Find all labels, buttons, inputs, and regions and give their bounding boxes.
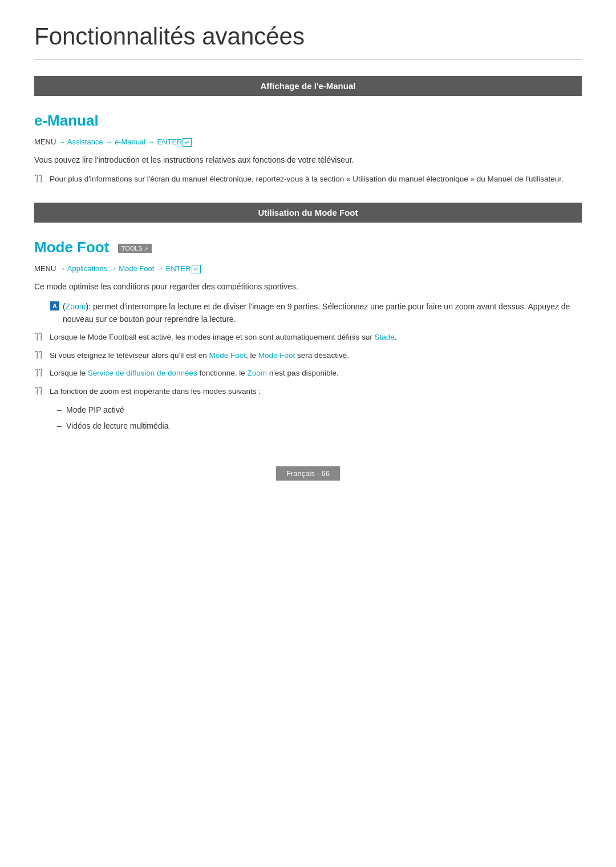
enter-text: ENTER — [157, 138, 182, 146]
mode-foot-section: Mode Foot TOOLS↗ MENU → Applications → M… — [34, 239, 582, 432]
mode-foot-title: Mode Foot TOOLS↗ — [34, 239, 582, 256]
arrow-mf3: → — [156, 264, 166, 273]
zoom-link-bullet[interactable]: Zoom — [66, 302, 86, 311]
note1: Lorsque le Mode Football est activé, les… — [34, 331, 582, 344]
emanual-note-text: Pour plus d'informations sur l'écran du … — [50, 173, 564, 186]
enter-text2: ENTER — [166, 264, 191, 273]
bullet-zoom-text: (Zoom): permet d'interrompre la lecture … — [63, 300, 582, 326]
enter-label2: ENTER↵ — [166, 264, 201, 273]
sub-bullet-2: Vidéos de lecture multimédia — [34, 420, 582, 432]
bullet-text: : permet d'interrompre la lecture et de … — [63, 302, 570, 324]
tools-label: TOOLS — [121, 245, 143, 252]
emanual-title: e-Manual — [34, 112, 582, 130]
menu-label: MENU — [34, 138, 56, 146]
section2-header: Utilisation du Mode Foot — [34, 203, 582, 223]
stade-link[interactable]: Stade — [375, 333, 395, 341]
bullet-a-icon: A — [50, 301, 59, 310]
service-diffusion-link[interactable]: Service de diffusion de données — [88, 369, 197, 377]
enter-icon2: ↵ — [192, 265, 201, 273]
footer-language: Français — [286, 469, 315, 478]
memo-icon1 — [34, 332, 47, 341]
arrow1: → — [58, 138, 67, 146]
menu-label2: MENU — [34, 264, 56, 273]
mode-foot-link1[interactable]: Mode Foot — [209, 351, 246, 360]
enter-icon: ↵ — [183, 138, 192, 147]
footer-page: 66 — [321, 469, 329, 478]
mode-foot-body: Ce mode optimise les conditions pour reg… — [34, 280, 582, 293]
arrow-mf2: → — [110, 264, 119, 273]
mode-foot-title-text: Mode Foot — [34, 239, 109, 256]
memo-icon4 — [34, 386, 47, 396]
assistance-link[interactable]: Assistance — [67, 138, 103, 146]
note4: La fonction de zoom est inopérante dans … — [34, 385, 582, 398]
emanual-link[interactable]: e-Manual — [115, 138, 145, 146]
arrow3: → — [148, 138, 157, 146]
enter-label: ENTER↵ — [157, 138, 192, 146]
memo-icon — [34, 174, 47, 183]
bullet-zoom-item: A (Zoom): permet d'interrompre la lectur… — [34, 300, 582, 326]
emanual-note: Pour plus d'informations sur l'écran du … — [34, 173, 582, 186]
arrow-mf1: → — [58, 264, 67, 273]
sub-bullet-1: Mode PIP activé — [34, 404, 582, 416]
mode-foot-menu-path: MENU → Applications → Mode Foot → ENTER↵ — [34, 264, 582, 273]
emanual-body: Vous pouvez lire l'introduction et les i… — [34, 154, 582, 166]
note2: Si vous éteignez le téléviseur alors qu'… — [34, 349, 582, 362]
applications-link[interactable]: Applications — [67, 264, 107, 273]
zoom-link-note[interactable]: Zoom — [248, 369, 268, 377]
emanual-menu-path: MENU → Assistance → e-Manual → ENTER↵ — [34, 138, 582, 147]
note4-text: La fonction de zoom est inopérante dans … — [50, 385, 261, 398]
tools-arrow-icon: ↗ — [144, 246, 148, 252]
mode-foot-link[interactable]: Mode Foot — [119, 264, 154, 273]
note2-text: Si vous éteignez le téléviseur alors qu'… — [50, 349, 349, 362]
footer: Français - 66 — [34, 466, 582, 481]
page-title: Fonctionnalités avancées — [34, 23, 582, 60]
footer-badge: Français - 66 — [276, 466, 340, 481]
memo-icon3 — [34, 368, 47, 377]
arrow2: → — [105, 138, 115, 146]
note3-text: Lorsque le Service de diffusion de donné… — [50, 367, 339, 380]
memo-icon2 — [34, 350, 47, 360]
emanual-section: e-Manual MENU → Assistance → e-Manual → … — [34, 112, 582, 186]
note3: Lorsque le Service de diffusion de donné… — [34, 367, 582, 380]
section1-header: Affichage de l'e-Manual — [34, 76, 582, 96]
tools-badge: TOOLS↗ — [118, 244, 152, 253]
note1-text: Lorsque le Mode Football est activé, les… — [50, 331, 397, 344]
mode-foot-link2[interactable]: Mode Foot — [258, 351, 295, 360]
